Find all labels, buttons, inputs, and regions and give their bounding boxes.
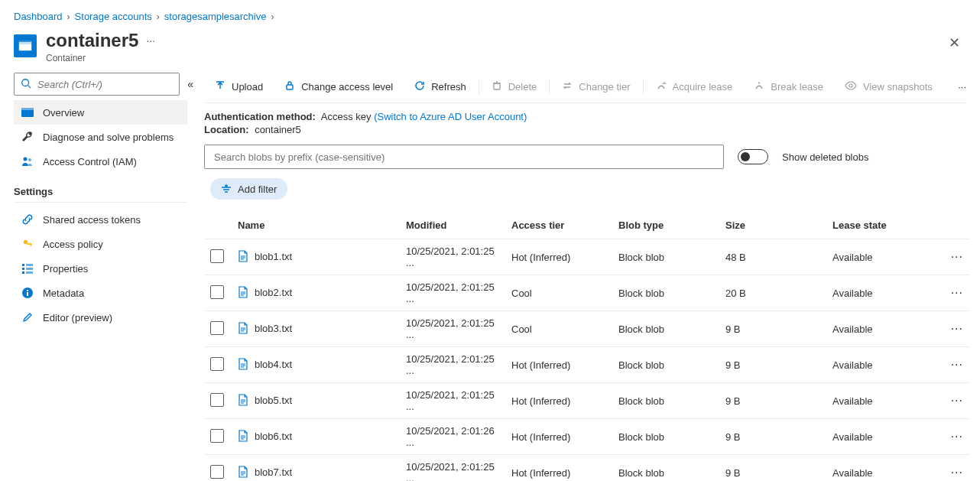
breadcrumb-link[interactable]: Storage accounts: [75, 11, 152, 22]
blob-name[interactable]: blob3.txt: [255, 322, 292, 333]
row-checkbox[interactable]: [210, 393, 224, 407]
breadcrumb-link[interactable]: storagesamplesarchive: [164, 11, 267, 22]
collapse-sidebar-button[interactable]: «: [180, 78, 201, 90]
sidebar-item-editor[interactable]: Editor (preview): [14, 305, 187, 330]
sidebar-item-label: Properties: [43, 263, 88, 275]
row-checkbox[interactable]: [210, 357, 224, 371]
row-more-button[interactable]: ···: [951, 358, 963, 371]
column-lease[interactable]: Lease state: [826, 212, 942, 239]
swap-icon: [562, 80, 573, 93]
table-row[interactable]: blob1.txt10/25/2021, 2:01:25 ...Hot (Inf…: [204, 239, 969, 275]
row-checkbox[interactable]: [210, 249, 224, 263]
svg-rect-12: [22, 264, 24, 266]
column-name[interactable]: Name: [232, 212, 400, 239]
column-size[interactable]: Size: [719, 212, 826, 239]
sidebar-item-access-policy[interactable]: Access policy: [14, 232, 187, 256]
change-access-button[interactable]: Change access level: [274, 77, 404, 96]
table-row[interactable]: blob7.txt10/25/2021, 2:01:25 ...Hot (Inf…: [204, 455, 969, 482]
blob-name[interactable]: blob5.txt: [255, 394, 292, 405]
cell-size: 20 B: [719, 275, 826, 311]
table-row[interactable]: blob3.txt10/25/2021, 2:01:25 ...CoolBloc…: [204, 311, 969, 347]
cell-modified: 10/25/2021, 2:01:25 ...: [400, 347, 505, 383]
sidebar-item-iam[interactable]: Access Control (IAM): [14, 149, 187, 174]
cell-lease: Available: [826, 347, 942, 383]
toggle-label: Show deleted blobs: [782, 151, 868, 163]
row-checkbox[interactable]: [210, 321, 224, 335]
search-input[interactable]: [36, 78, 173, 91]
toolbar-more-button[interactable]: ···: [947, 78, 966, 96]
chevron-right-icon: ›: [271, 11, 274, 22]
title-more-icon[interactable]: ···: [146, 31, 155, 50]
blob-search-input[interactable]: [213, 151, 716, 164]
cell-size: 9 B: [719, 311, 826, 347]
sidebar-item-diagnose[interactable]: Diagnose and solve problems: [14, 125, 187, 149]
svg-point-8: [28, 158, 31, 161]
table-row[interactable]: blob2.txt10/25/2021, 2:01:25 ...CoolBloc…: [204, 275, 969, 311]
file-icon: [238, 433, 248, 444]
location-label: Location:: [204, 124, 249, 135]
upload-button[interactable]: Upload: [204, 77, 274, 96]
sidebar-search[interactable]: [14, 73, 180, 96]
row-more-button[interactable]: ···: [951, 466, 963, 479]
cell-type: Block blob: [612, 311, 719, 347]
row-checkbox[interactable]: [210, 285, 224, 299]
table-header-row: Name Modified Access tier Blob type Size…: [204, 212, 969, 239]
row-more-button[interactable]: ···: [951, 286, 963, 299]
switch-auth-link[interactable]: (Switch to Azure AD User Account): [374, 111, 527, 122]
column-tier[interactable]: Access tier: [505, 212, 612, 239]
trash-icon: [492, 80, 502, 93]
add-filter-label: Add filter: [238, 184, 277, 195]
blob-name[interactable]: blob2.txt: [255, 286, 292, 297]
chevron-right-icon: ›: [67, 11, 70, 22]
sidebar-item-metadata[interactable]: Metadata: [14, 281, 187, 305]
blob-name[interactable]: blob7.txt: [255, 466, 292, 477]
cell-lease: Available: [826, 239, 942, 275]
column-type[interactable]: Blob type: [612, 212, 719, 239]
svg-rect-16: [26, 268, 33, 270]
table-row[interactable]: blob4.txt10/25/2021, 2:01:25 ...Hot (Inf…: [204, 347, 969, 383]
svg-rect-11: [31, 243, 32, 246]
row-more-button[interactable]: ···: [951, 322, 963, 335]
row-checkbox[interactable]: [210, 429, 224, 443]
column-modified[interactable]: Modified: [400, 212, 505, 239]
row-checkbox[interactable]: [210, 465, 224, 479]
ellipsis-icon: ···: [958, 81, 966, 93]
blob-search[interactable]: [204, 145, 724, 169]
breadcrumb-link[interactable]: Dashboard: [14, 11, 63, 22]
page-subtitle: Container: [46, 53, 138, 63]
break-lease-icon: [754, 80, 764, 93]
cell-modified: 10/25/2021, 2:01:25 ...: [400, 311, 505, 347]
blob-name[interactable]: blob1.txt: [255, 250, 292, 262]
table-row[interactable]: blob6.txt10/25/2021, 2:01:26 ...Hot (Inf…: [204, 419, 969, 455]
refresh-button[interactable]: Refresh: [404, 77, 477, 96]
sidebar: « Overview Diagnose and solve problems A…: [0, 73, 201, 481]
row-more-button[interactable]: ···: [951, 250, 963, 263]
wrench-icon: [21, 131, 34, 143]
sidebar-item-overview[interactable]: Overview: [14, 100, 187, 125]
cell-tier: Hot (Inferred): [505, 419, 612, 455]
refresh-icon: [414, 80, 425, 93]
acquire-lease-button: Acquire lease: [645, 77, 744, 96]
filter-icon: [221, 184, 232, 195]
add-filter-button[interactable]: Add filter: [210, 178, 287, 200]
sidebar-item-properties[interactable]: Properties: [14, 256, 187, 281]
sidebar-item-sas[interactable]: Shared access tokens: [14, 207, 187, 232]
cell-lease: Available: [826, 275, 942, 311]
cell-lease: Available: [826, 419, 942, 455]
svg-point-3: [22, 79, 29, 86]
row-more-button[interactable]: ···: [951, 430, 963, 443]
cell-type: Block blob: [612, 455, 719, 482]
table-row[interactable]: blob5.txt10/25/2021, 2:01:25 ...Hot (Inf…: [204, 383, 969, 419]
blob-name[interactable]: blob6.txt: [255, 430, 292, 441]
svg-rect-2: [19, 42, 31, 44]
show-deleted-toggle[interactable]: [738, 149, 768, 164]
blob-name[interactable]: blob4.txt: [255, 358, 292, 369]
row-more-button[interactable]: ···: [951, 394, 963, 407]
svg-line-4: [28, 85, 31, 88]
svg-point-23: [849, 84, 852, 87]
file-icon: [238, 253, 248, 265]
cell-lease: Available: [826, 311, 942, 347]
cell-lease: Available: [826, 383, 942, 419]
close-button[interactable]: ✕: [943, 31, 966, 54]
sidebar-item-label: Diagnose and solve problems: [43, 132, 174, 143]
